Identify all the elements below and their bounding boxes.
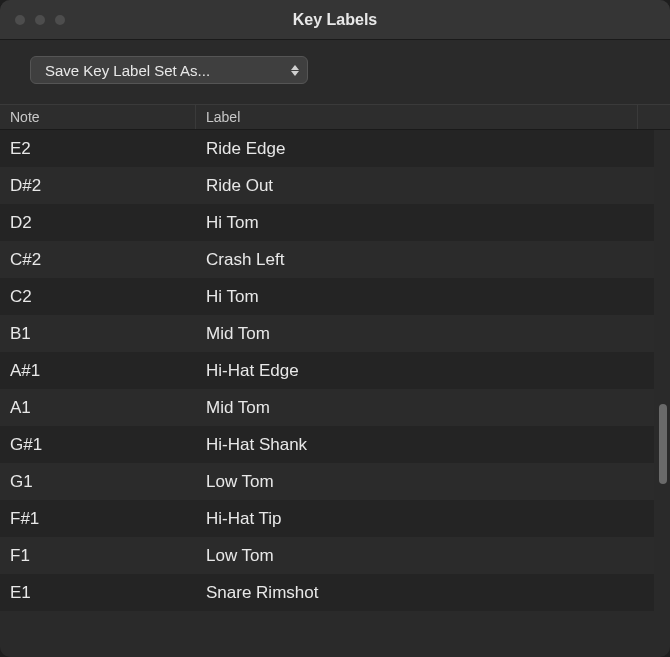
cell-note[interactable]: B1: [0, 324, 196, 344]
column-header-label[interactable]: Label: [196, 105, 638, 129]
table-row[interactable]: A#1Hi-Hat Edge: [0, 352, 654, 389]
table-body: E2Ride EdgeD#2Ride OutD2Hi TomC#2Crash L…: [0, 130, 670, 611]
cell-note[interactable]: C#2: [0, 250, 196, 270]
cell-label[interactable]: Mid Tom: [196, 324, 654, 344]
table-row[interactable]: C2Hi Tom: [0, 278, 654, 315]
cell-label[interactable]: Hi Tom: [196, 287, 654, 307]
table-header-row: Note Label: [0, 104, 670, 130]
cell-label[interactable]: Ride Out: [196, 176, 654, 196]
table-row[interactable]: D2Hi Tom: [0, 204, 654, 241]
cell-note[interactable]: E1: [0, 583, 196, 603]
cell-label[interactable]: Hi Tom: [196, 213, 654, 233]
cell-label[interactable]: Hi-Hat Tip: [196, 509, 654, 529]
column-header-spacer: [638, 105, 670, 129]
cell-label[interactable]: Ride Edge: [196, 139, 654, 159]
cell-label[interactable]: Crash Left: [196, 250, 654, 270]
cell-label[interactable]: Mid Tom: [196, 398, 654, 418]
table-row[interactable]: G#1Hi-Hat Shank: [0, 426, 654, 463]
table-row[interactable]: F#1Hi-Hat Tip: [0, 500, 654, 537]
table-row[interactable]: G1Low Tom: [0, 463, 654, 500]
cell-note[interactable]: D#2: [0, 176, 196, 196]
table-row[interactable]: E1Snare Rimshot: [0, 574, 654, 611]
cell-label[interactable]: Hi-Hat Edge: [196, 361, 654, 381]
cell-label[interactable]: Snare Rimshot: [196, 583, 654, 603]
table-row[interactable]: B1Mid Tom: [0, 315, 654, 352]
table-row[interactable]: A1Mid Tom: [0, 389, 654, 426]
cell-note[interactable]: F1: [0, 546, 196, 566]
toolbar: Save Key Label Set As...: [0, 40, 670, 104]
window-title: Key Labels: [0, 11, 670, 29]
cell-note[interactable]: C2: [0, 287, 196, 307]
cell-label[interactable]: Low Tom: [196, 546, 654, 566]
cell-note[interactable]: A#1: [0, 361, 196, 381]
key-label-set-dropdown[interactable]: Save Key Label Set As...: [30, 56, 308, 84]
table-row[interactable]: E2Ride Edge: [0, 130, 654, 167]
key-labels-window: Key Labels Save Key Label Set As... Note…: [0, 0, 670, 657]
table-row[interactable]: C#2Crash Left: [0, 241, 654, 278]
cell-note[interactable]: F#1: [0, 509, 196, 529]
cell-note[interactable]: A1: [0, 398, 196, 418]
titlebar: Key Labels: [0, 0, 670, 40]
dropdown-stepper-icon: [291, 65, 299, 76]
vertical-scrollbar[interactable]: [659, 404, 667, 484]
cell-label[interactable]: Hi-Hat Shank: [196, 435, 654, 455]
cell-note[interactable]: E2: [0, 139, 196, 159]
zoom-button[interactable]: [54, 14, 66, 26]
table-row[interactable]: D#2Ride Out: [0, 167, 654, 204]
close-button[interactable]: [14, 14, 26, 26]
window-controls: [0, 14, 66, 26]
table-row[interactable]: F1Low Tom: [0, 537, 654, 574]
cell-note[interactable]: D2: [0, 213, 196, 233]
cell-note[interactable]: G#1: [0, 435, 196, 455]
cell-note[interactable]: G1: [0, 472, 196, 492]
cell-label[interactable]: Low Tom: [196, 472, 654, 492]
column-header-note[interactable]: Note: [0, 105, 196, 129]
dropdown-label: Save Key Label Set As...: [45, 62, 210, 79]
minimize-button[interactable]: [34, 14, 46, 26]
key-labels-table: Note Label E2Ride EdgeD#2Ride OutD2Hi To…: [0, 104, 670, 657]
